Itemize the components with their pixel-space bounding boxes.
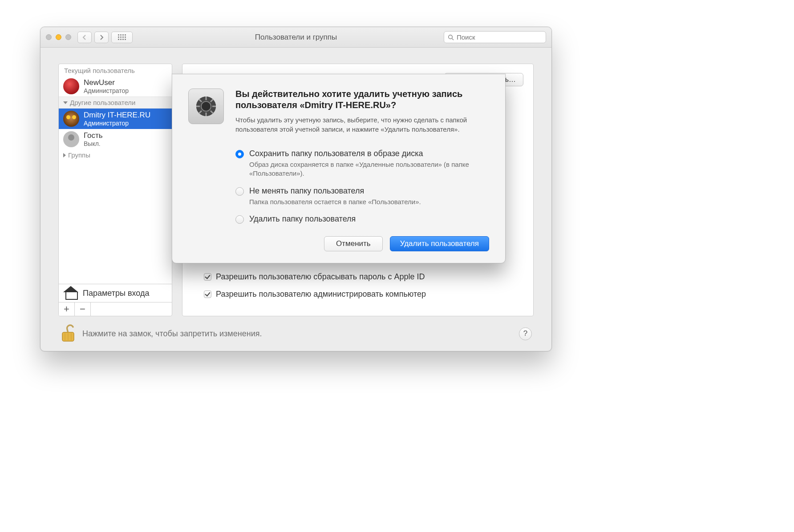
user-role: Администратор <box>84 87 129 94</box>
checkbox-label: Разрешить пользователю сбрасывать пароль… <box>216 272 425 282</box>
add-user-button[interactable]: + <box>59 302 75 316</box>
user-name: Гость <box>84 131 103 140</box>
footer: Нажмите на замок, чтобы запретить измене… <box>58 316 534 343</box>
login-options-label: Параметры входа <box>83 289 149 298</box>
system-preferences-icon <box>188 89 224 124</box>
minimize-window-icon[interactable] <box>56 34 61 40</box>
user-row-newuser[interactable]: NewUser Администратор <box>59 76 172 97</box>
add-remove-bar: + − <box>59 302 172 316</box>
remove-user-button[interactable]: − <box>75 302 91 316</box>
checkbox-admin[interactable]: Разрешить пользователю администрировать … <box>204 290 426 299</box>
search-field[interactable] <box>444 31 546 43</box>
avatar <box>63 78 79 94</box>
radio-sublabel: Образ диска сохраняется в папке «Удаленн… <box>249 160 489 178</box>
radio-icon <box>235 150 244 158</box>
avatar <box>63 131 79 147</box>
dialog-description: Чтобы удалить эту учетную запись, выбери… <box>235 115 489 134</box>
window-controls <box>46 34 71 40</box>
home-icon <box>63 287 78 299</box>
radio-label: Не менять папку пользователя <box>249 186 421 196</box>
radio-label: Удалить папку пользователя <box>249 214 356 224</box>
radio-icon <box>235 215 244 224</box>
help-button[interactable]: ? <box>519 327 532 340</box>
user-row-dmitry[interactable]: Dmitry IT-HERE.RU Администратор <box>59 109 172 129</box>
show-all-button[interactable] <box>111 32 133 43</box>
checkbox-reset-appleid[interactable]: Разрешить пользователю сбрасывать пароль… <box>204 272 426 282</box>
back-button[interactable] <box>77 32 92 43</box>
svg-point-0 <box>449 35 453 39</box>
svg-point-18 <box>201 101 211 111</box>
checkbox-label: Разрешить пользователю администрировать … <box>216 290 426 299</box>
sidebar-header-groups-label: Группы <box>68 151 90 159</box>
user-role: Администратор <box>84 120 150 127</box>
delete-user-dialog: Вы действительно хотите удалить учетную … <box>172 74 506 263</box>
user-role: Выкл. <box>84 140 103 147</box>
search-input[interactable] <box>457 33 542 41</box>
sidebar-header-current: Текущий пользователь <box>59 64 172 76</box>
avatar <box>63 111 79 127</box>
cancel-button[interactable]: Отменить <box>324 236 383 251</box>
users-sidebar: Текущий пользователь NewUser Администрат… <box>58 64 172 316</box>
radio-option-save-image[interactable]: Сохранить папку пользователя в образе ди… <box>235 149 489 178</box>
dialog-title: Вы действительно хотите удалить учетную … <box>235 89 489 111</box>
radio-sublabel: Папка пользователя остается в папке «Пол… <box>249 197 421 206</box>
grid-icon <box>118 34 126 40</box>
checkbox-icon <box>204 273 211 281</box>
chevron-down-icon <box>63 101 68 104</box>
user-name: Dmitry IT-HERE.RU <box>84 111 150 120</box>
search-icon <box>448 34 454 40</box>
login-options-button[interactable]: Параметры входа <box>59 284 172 302</box>
delete-user-button[interactable]: Удалить пользователя <box>390 236 489 251</box>
user-row-guest[interactable]: Гость Выкл. <box>59 129 172 149</box>
lock-hint: Нажмите на замок, чтобы запретить измене… <box>82 329 262 339</box>
lock-open-icon[interactable] <box>60 324 76 343</box>
checkbox-icon <box>204 290 211 298</box>
radio-label: Сохранить папку пользователя в образе ди… <box>249 149 489 158</box>
chevron-right-icon <box>63 153 66 157</box>
user-name: NewUser <box>84 78 129 87</box>
preferences-window: Пользователи и группы Текущий пользовате… <box>40 27 552 351</box>
radio-icon <box>235 187 244 196</box>
svg-line-1 <box>452 38 454 40</box>
titlebar: Пользователи и группы <box>41 27 551 48</box>
sidebar-header-other[interactable]: Другие пользователи <box>59 97 172 109</box>
maximize-window-icon[interactable] <box>65 34 71 40</box>
radio-option-keep-folder[interactable]: Не менять папку пользователя Папка польз… <box>235 186 489 206</box>
nav-group <box>77 32 109 43</box>
forward-button[interactable] <box>94 32 109 43</box>
close-window-icon[interactable] <box>46 34 52 40</box>
sidebar-header-groups[interactable]: Группы <box>59 149 172 161</box>
sidebar-header-other-label: Другие пользователи <box>70 99 135 106</box>
radio-option-delete-folder[interactable]: Удалить папку пользователя <box>235 214 489 224</box>
